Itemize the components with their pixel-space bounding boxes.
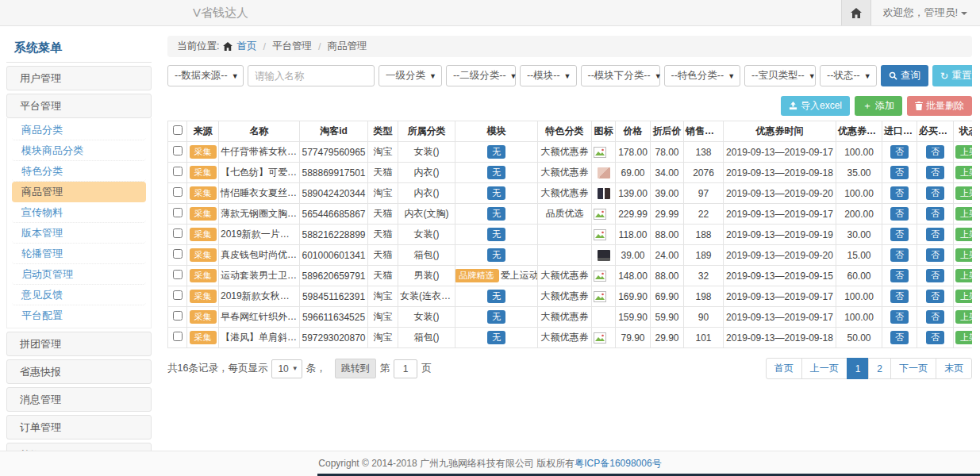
level1-category-select[interactable]: 一级分类▼ <box>379 65 442 86</box>
sales-cell: 138 <box>684 142 724 163</box>
page-button-2[interactable]: 2 <box>868 358 891 379</box>
breadcrumb-home-link[interactable]: 首页 <box>236 40 256 53</box>
import-select-badge[interactable]: 否 <box>890 166 909 178</box>
must-buy-badge[interactable]: 否 <box>926 207 944 220</box>
row-checkbox[interactable] <box>173 311 183 321</box>
sidebar-item-版本管理[interactable]: 版本管理 <box>12 223 146 244</box>
module-select[interactable]: --模块--▼ <box>520 65 577 86</box>
data-source-select[interactable]: --数据来源--▼ <box>167 65 244 86</box>
status-badge[interactable]: 上架 <box>955 269 972 282</box>
source-cell: 采集 <box>187 245 219 266</box>
row-checkbox[interactable] <box>173 167 183 176</box>
import-select-badge[interactable]: 否 <box>890 310 909 323</box>
status-badge[interactable]: 上架 <box>955 310 972 323</box>
col-header-checkbox <box>168 121 187 142</box>
chevron-down-icon: ▼ <box>809 72 816 80</box>
sidebar-item-特色分类[interactable]: 特色分类 <box>12 161 146 182</box>
status-badge[interactable]: 上架 <box>955 166 972 178</box>
must-buy-badge[interactable]: 否 <box>926 166 944 178</box>
select-all-checkbox[interactable] <box>173 125 183 135</box>
import-select-cell: 否 <box>882 204 917 225</box>
source-cell: 采集 <box>187 163 219 183</box>
must-buy-badge[interactable]: 否 <box>926 186 944 199</box>
feature-category-select[interactable]: --特色分类--▼ <box>664 65 741 86</box>
row-checkbox[interactable] <box>173 332 183 341</box>
sidebar-item-启动页管理[interactable]: 启动页管理 <box>12 264 146 285</box>
must-buy-badge[interactable]: 否 <box>926 331 944 344</box>
status-select[interactable]: --状态--▼ <box>820 65 877 86</box>
sidebar-item-轮播管理[interactable]: 轮播管理 <box>12 244 146 264</box>
sidebar-item-商品分类[interactable]: 商品分类 <box>12 120 146 140</box>
sidebar-item-平台配置[interactable]: 平台配置 <box>12 305 146 326</box>
sidebar-group-拼团管理[interactable]: 拼团管理 <box>6 332 152 356</box>
must-buy-badge[interactable]: 否 <box>926 228 944 240</box>
sidebar-group-兑换管理[interactable]: 兑换管理 <box>6 443 152 451</box>
status-badge[interactable]: 上架 <box>955 290 972 302</box>
row-checkbox[interactable] <box>173 228 183 238</box>
row-checkbox[interactable] <box>173 146 183 155</box>
import-select-badge[interactable]: 否 <box>890 228 909 240</box>
row-checkbox[interactable] <box>173 249 183 259</box>
status-badge[interactable]: 上架 <box>955 145 972 158</box>
must-buy-badge[interactable]: 否 <box>926 269 944 282</box>
import-select-badge[interactable]: 否 <box>890 186 909 199</box>
module-cell: 品牌精选爱上运动 <box>455 266 538 286</box>
jump-button[interactable]: 跳转到 <box>335 359 376 378</box>
status-badge[interactable]: 上架 <box>955 331 972 344</box>
level2-category-select[interactable]: --二级分类--▼ <box>446 65 516 86</box>
sidebar-group-省惠快报[interactable]: 省惠快报 <box>6 359 152 384</box>
must-buy-badge[interactable]: 否 <box>926 145 944 158</box>
row-checkbox[interactable] <box>173 290 183 300</box>
status-badge[interactable]: 上架 <box>955 228 972 240</box>
page-button-末页[interactable]: 末页 <box>936 358 972 379</box>
import-select-badge[interactable]: 否 <box>890 207 909 220</box>
import-select-badge[interactable]: 否 <box>890 145 909 158</box>
row-checkbox[interactable] <box>173 270 183 279</box>
sidebar-item-商品管理[interactable]: 商品管理 <box>12 182 146 202</box>
import-select-badge[interactable]: 否 <box>890 290 909 302</box>
import-select-badge[interactable]: 否 <box>890 331 909 344</box>
page-number-input[interactable] <box>394 359 417 378</box>
import-select-badge[interactable]: 否 <box>890 248 909 261</box>
table-row: 采集【七色纺】可爱纯棉家...588869917501天猫内衣()无大额优惠券6… <box>168 163 973 183</box>
import-excel-button[interactable]: 导入excel <box>781 96 850 116</box>
sidebar-group-订单管理[interactable]: 订单管理 <box>6 415 152 440</box>
breadcrumb-prefix: 当前位置: <box>177 40 219 53</box>
bulk-delete-button[interactable]: 批量删除 <box>907 96 972 116</box>
sidebar-item-意见反馈[interactable]: 意见反馈 <box>12 285 146 305</box>
icp-link[interactable]: 粤ICP备16098006号 <box>575 457 661 470</box>
user-menu[interactable]: 欢迎您，管理员! <box>871 6 980 20</box>
page-button-下一页[interactable]: 下一页 <box>890 358 936 379</box>
sidebar-group-消息管理[interactable]: 消息管理 <box>6 387 152 412</box>
row-checkbox[interactable] <box>173 187 183 197</box>
discount-price-cell: 78.00 <box>651 142 684 163</box>
reset-button[interactable]: ↻重置 <box>932 65 972 86</box>
must-buy-badge[interactable]: 否 <box>926 290 944 302</box>
must-buy-badge[interactable]: 否 <box>926 248 944 261</box>
sidebar-item-宣传物料[interactable]: 宣传物料 <box>12 202 146 223</box>
home-button[interactable] <box>841 0 871 25</box>
sidebar-item-模块商品分类[interactable]: 模块商品分类 <box>12 140 146 161</box>
price-cell: 139.00 <box>616 183 651 204</box>
name-input[interactable] <box>248 65 375 86</box>
must-buy-badge[interactable]: 否 <box>926 310 944 323</box>
status-badge[interactable]: 上架 <box>955 186 972 199</box>
breadcrumb-separator: / <box>316 41 323 52</box>
search-button[interactable]: 查询 <box>881 65 928 86</box>
sidebar-group-用户管理[interactable]: 用户管理 <box>6 66 152 90</box>
add-button[interactable]: ＋ 添加 <box>855 96 902 116</box>
sales-cell: 97 <box>684 183 724 204</box>
page-button-上一页[interactable]: 上一页 <box>801 358 847 379</box>
per-page-select[interactable]: 10 ▼ <box>271 359 302 378</box>
page-button-1[interactable]: 1 <box>847 358 870 379</box>
page-button-首页[interactable]: 首页 <box>766 358 802 379</box>
breadcrumb-item-platform[interactable]: 平台管理 <box>272 40 312 53</box>
item-type-select[interactable]: --宝贝类型--▼ <box>744 65 816 86</box>
sidebar-group-平台管理[interactable]: 平台管理 <box>6 94 152 118</box>
status-badge[interactable]: 上架 <box>955 207 972 220</box>
status-badge[interactable]: 上架 <box>955 248 972 261</box>
module-sub-select[interactable]: --模块下分类--▼ <box>581 65 660 86</box>
row-checkbox[interactable] <box>173 208 183 217</box>
feature-cell: 大额优惠券 <box>538 163 592 183</box>
import-select-badge[interactable]: 否 <box>890 269 909 282</box>
